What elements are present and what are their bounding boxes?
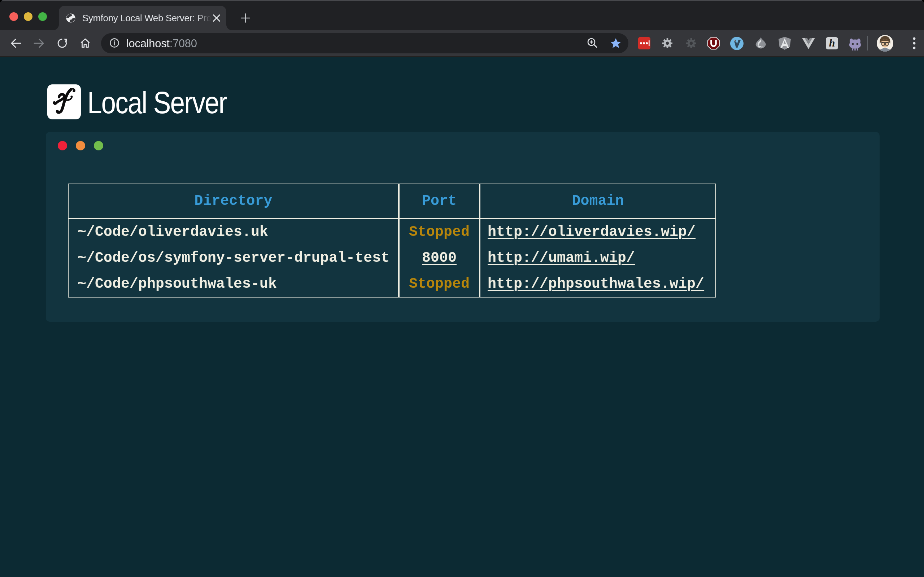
- svg-text:h: h: [829, 37, 835, 49]
